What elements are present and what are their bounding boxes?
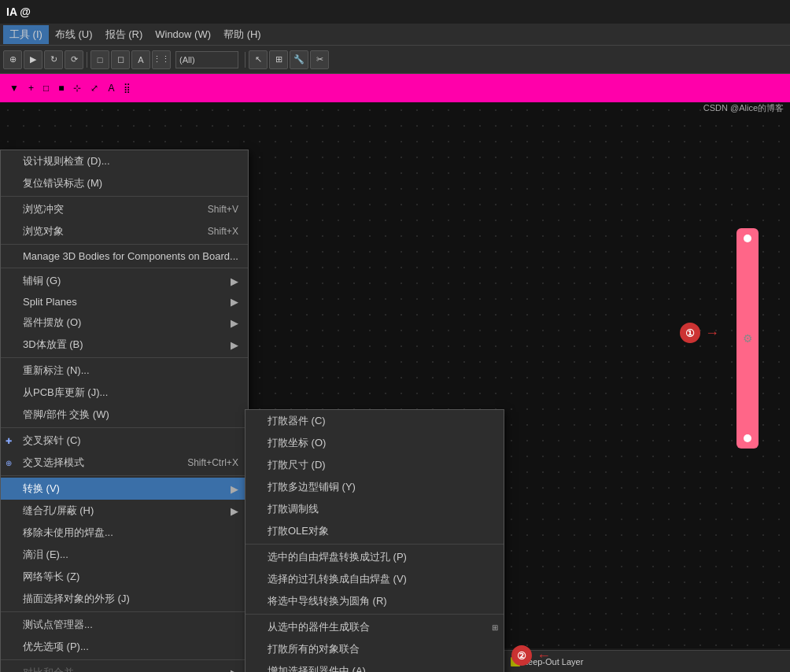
menu-3d-body[interactable]: 3D体放置 (B) ▶ — [1, 334, 248, 356]
toolbar-btn-6[interactable]: ◻ — [111, 50, 130, 69]
arrow-right-1: → — [705, 325, 719, 342]
sec-btn-plus[interactable]: + — [25, 81, 37, 95]
title-bar: IA @ — [0, 0, 790, 24]
annotation-2: ② ← — [511, 645, 551, 666]
menu-copper[interactable]: 辅铜 (G) ▶ — [1, 270, 248, 292]
sec-btn-sq[interactable]: ■ — [55, 81, 67, 95]
toolbar-sep-1 — [87, 52, 87, 68]
submenu-explode-dims[interactable]: 打散尺寸 (D) — [245, 454, 504, 476]
menu-cross-probe[interactable]: ✚ 交叉探针 (C) — [1, 430, 248, 452]
main-menu: 设计规则检查 (D)... 复位错误标志 (M) 浏览冲突 Shift+V 浏览… — [0, 150, 249, 672]
submenu-explode-trace[interactable]: 打散调制线 — [245, 498, 504, 520]
menu-reset-errors[interactable]: 复位错误标志 (M) — [1, 172, 248, 194]
menu-div-2 — [1, 244, 248, 245]
menu-item-tools[interactable]: 工具 (I) — [3, 25, 49, 44]
menu-remove-unused-pads[interactable]: 移除未使用的焊盘... — [1, 522, 248, 544]
sec-btn-rect[interactable]: □ — [40, 81, 52, 95]
circle-2-label: ② — [511, 645, 532, 666]
submenu-explode-polygon[interactable]: 打散多边型铺铜 (Y) — [245, 476, 504, 498]
toolbar-btn-2[interactable]: ▶ — [24, 50, 42, 69]
submenu-add-to-component[interactable]: 增加选择到器件中 (A) — [245, 660, 504, 672]
menu-preferences[interactable]: 优先选项 (P)... — [1, 636, 248, 658]
submenu-explode-components[interactable]: 打散器件 (C) — [245, 410, 504, 432]
submenu-wire-to-arc[interactable]: 将选中导线转换为圆角 (R) — [245, 590, 504, 612]
menu-div-4 — [1, 357, 248, 358]
menu-convert[interactable]: 转换 (V) ▶ — [1, 478, 248, 500]
menu-div-8 — [1, 659, 248, 660]
menu-item-routing[interactable]: 布线 (U) — [49, 25, 99, 44]
arrow-left-2: ← — [537, 648, 551, 664]
submenu-explode-union[interactable]: 打散所有的对象联合 — [245, 638, 504, 660]
toolbar-sep-2 — [245, 52, 245, 68]
pink-vertical-element: ⚙ — [736, 228, 759, 449]
menu-item-window[interactable]: Window (W) — [149, 26, 217, 42]
convert-submenu: 打散器件 (C) 打散坐标 (O) 打散尺寸 (D) 打散多边型铺铜 (Y) 打… — [245, 409, 504, 672]
toolbar-btn-9[interactable]: ↖ — [249, 50, 268, 69]
app-layout: IA @ 工具 (I) 布线 (U) 报告 (R) Window (W) 帮助 … — [0, 0, 790, 672]
menu-browse-conflicts[interactable]: 浏览冲突 Shift+V — [1, 198, 248, 220]
toolbar-btn-4[interactable]: ⟳ — [65, 50, 83, 69]
submenu-gen-union[interactable]: ⊞ 从选中的器件生成联合 — [245, 616, 504, 638]
menu-bar: 工具 (I) 布线 (U) 报告 (R) Window (W) 帮助 (H) — [0, 24, 790, 46]
menu-div-3 — [1, 268, 248, 268]
menu-cross-select[interactable]: ⊕ 交叉选择模式 Shift+Ctrl+X — [1, 452, 248, 474]
sec-btn-dots[interactable]: ⣿ — [120, 81, 134, 95]
annotation-1: ① → — [680, 323, 719, 343]
pink-dot-bottom — [744, 434, 751, 442]
menu-update-from-pcb[interactable]: 从PCB库更新 (J)... — [1, 382, 248, 404]
menu-div-7 — [1, 611, 248, 612]
sec-btn-cursor[interactable]: ⊹ — [70, 81, 84, 95]
menu-browse-objects[interactable]: 浏览对象 Shift+X — [1, 220, 248, 242]
sec-btn-text[interactable]: A — [105, 81, 117, 95]
menu-div-5 — [1, 427, 248, 428]
menu-split-planes[interactable]: Split Planes ▶ — [1, 292, 248, 312]
menu-teardrops[interactable]: 滴泪 (E)... — [1, 544, 248, 566]
menu-manage-3d[interactable]: Manage 3D Bodies for Components on Board… — [1, 246, 248, 266]
menu-item-report[interactable]: 报告 (R) — [99, 25, 150, 44]
menu-compare-merge[interactable]: 对比和合并 ▶ — [1, 662, 248, 672]
submenu-div-1 — [245, 544, 504, 545]
menu-net-length[interactable]: 网络等长 (Z) — [1, 566, 248, 588]
main-toolbar: ⊕ ▶ ↻ ⟳ □ ◻ A ⋮⋮ (All) ↖ ⊞ 🔧 ✂ — [0, 46, 790, 74]
submenu-pad-to-via[interactable]: 选中的自由焊盘转换成过孔 (P) — [245, 546, 504, 568]
layer-dropdown[interactable]: (All) — [175, 51, 238, 68]
submenu-div-2 — [245, 614, 504, 615]
circle-1-label: ① — [680, 323, 700, 343]
toolbar-btn-5[interactable]: □ — [90, 50, 109, 69]
ia-logo: IA @ — [6, 6, 31, 18]
menu-testpoint-mgr[interactable]: 测试点管理器... — [1, 614, 248, 636]
sec-btn-filter[interactable]: ▼ — [6, 81, 22, 95]
toolbar-btn-11[interactable]: 🔧 — [290, 50, 308, 69]
toolbar-btn-10[interactable]: ⊞ — [269, 50, 288, 69]
menu-item-help[interactable]: 帮助 (H) — [217, 25, 268, 44]
menu-design-rule-check[interactable]: 设计规则检查 (D)... — [1, 150, 248, 172]
submenu-via-to-pad[interactable]: 选择的过孔转换成自由焊盘 (V) — [245, 568, 504, 590]
menu-stitch-shield[interactable]: 缝合孔/屏蔽 (H) ▶ — [1, 500, 248, 522]
gear-icon: ⚙ — [743, 332, 753, 345]
menu-re-annotate[interactable]: 重新标注 (N)... — [1, 360, 248, 382]
csdn-badge: CSDN @Alice的博客 — [703, 102, 784, 114]
content-area: ⚙ ① → 设计规则检查 (D)... 复位错误标志 (M) 浏览冲突 Shif… — [0, 102, 790, 672]
menu-div-1 — [1, 196, 248, 197]
menu-pin-swap[interactable]: 管脚/部件 交换 (W) — [1, 404, 248, 426]
menu-div-6 — [1, 475, 248, 476]
submenu-explode-ole[interactable]: 打散OLE对象 — [245, 520, 504, 542]
pink-dot-top — [744, 234, 751, 242]
menu-outline-objects[interactable]: 描面选择对象的外形 (J) — [1, 588, 248, 610]
toolbar-btn-1[interactable]: ⊕ — [3, 50, 22, 69]
secondary-toolbar: ▼ + □ ■ ⊹ ⤢ A ⣿ — [0, 74, 790, 102]
menu-component-placement[interactable]: 器件摆放 (O) ▶ — [1, 312, 248, 334]
submenu-explode-coords[interactable]: 打散坐标 (O) — [245, 432, 504, 454]
toolbar-btn-3[interactable]: ↻ — [44, 50, 63, 69]
sec-btn-move[interactable]: ⤢ — [87, 81, 102, 95]
toolbar-btn-7[interactable]: A — [131, 50, 150, 69]
toolbar-btn-8[interactable]: ⋮⋮ — [152, 50, 171, 69]
toolbar-btn-12[interactable]: ✂ — [310, 50, 329, 69]
